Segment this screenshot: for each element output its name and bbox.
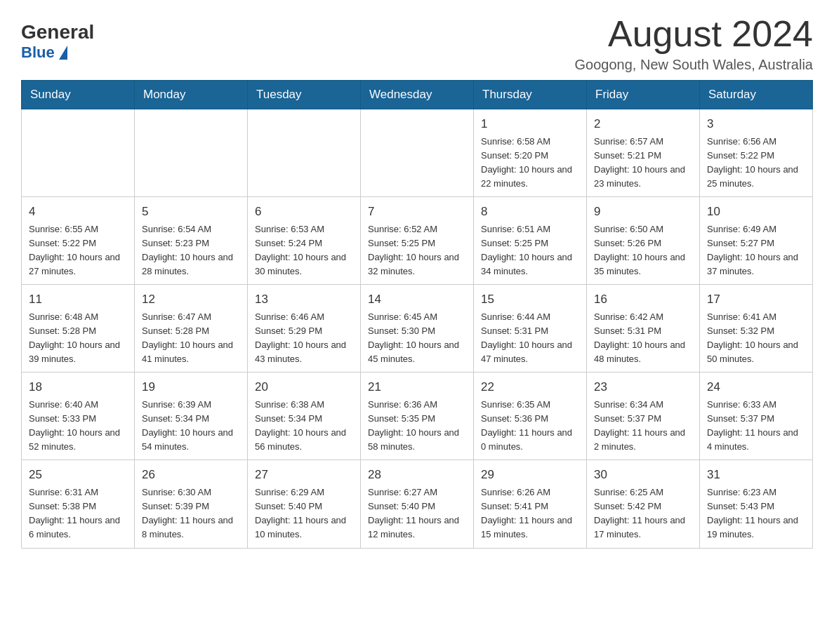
day-number: 12 [142, 290, 240, 309]
calendar-cell [361, 109, 474, 197]
calendar-cell: 22Sunrise: 6:35 AMSunset: 5:36 PMDayligh… [474, 373, 587, 460]
day-info: Sunrise: 6:38 AMSunset: 5:34 PMDaylight:… [255, 398, 353, 455]
logo: General Blue [21, 21, 94, 62]
calendar-cell: 26Sunrise: 6:30 AMSunset: 5:39 PMDayligh… [135, 460, 248, 548]
calendar-cell: 13Sunrise: 6:46 AMSunset: 5:29 PMDayligh… [248, 285, 361, 373]
day-number: 11 [29, 290, 127, 309]
calendar-cell: 1Sunrise: 6:58 AMSunset: 5:20 PMDaylight… [474, 109, 587, 197]
day-info: Sunrise: 6:47 AMSunset: 5:28 PMDaylight:… [142, 310, 240, 367]
day-info: Sunrise: 6:30 AMSunset: 5:39 PMDaylight:… [142, 485, 240, 542]
calendar-cell: 8Sunrise: 6:51 AMSunset: 5:25 PMDaylight… [474, 197, 587, 285]
calendar-cell [135, 109, 248, 197]
day-number: 29 [481, 466, 579, 484]
logo-triangle-icon [59, 46, 67, 60]
day-info: Sunrise: 6:56 AMSunset: 5:22 PMDaylight:… [707, 135, 805, 192]
day-number: 23 [594, 378, 692, 396]
day-info: Sunrise: 6:41 AMSunset: 5:32 PMDaylight:… [707, 310, 805, 367]
calendar-cell: 2Sunrise: 6:57 AMSunset: 5:21 PMDaylight… [587, 109, 700, 197]
day-info: Sunrise: 6:31 AMSunset: 5:38 PMDaylight:… [29, 485, 127, 542]
day-of-week-header: Monday [135, 81, 248, 109]
calendar-table: SundayMondayTuesdayWednesdayThursdayFrid… [21, 80, 813, 548]
day-header-row: SundayMondayTuesdayWednesdayThursdayFrid… [22, 81, 813, 109]
calendar-week-row: 4Sunrise: 6:55 AMSunset: 5:22 PMDaylight… [22, 197, 813, 285]
day-of-week-header: Friday [587, 81, 700, 109]
day-info: Sunrise: 6:54 AMSunset: 5:23 PMDaylight:… [142, 222, 240, 279]
day-of-week-header: Thursday [474, 81, 587, 109]
day-info: Sunrise: 6:53 AMSunset: 5:24 PMDaylight:… [255, 222, 353, 279]
day-number: 4 [29, 203, 127, 221]
calendar-cell [248, 109, 361, 197]
day-of-week-header: Wednesday [361, 81, 474, 109]
day-of-week-header: Sunday [22, 81, 135, 109]
calendar-week-row: 11Sunrise: 6:48 AMSunset: 5:28 PMDayligh… [22, 285, 813, 373]
calendar-cell: 5Sunrise: 6:54 AMSunset: 5:23 PMDaylight… [135, 197, 248, 285]
day-info: Sunrise: 6:46 AMSunset: 5:29 PMDaylight:… [255, 310, 353, 367]
header: General Blue August 2024 Googong, New So… [21, 14, 813, 73]
day-number: 31 [707, 466, 805, 484]
calendar-week-row: 18Sunrise: 6:40 AMSunset: 5:33 PMDayligh… [22, 373, 813, 460]
calendar-cell: 29Sunrise: 6:26 AMSunset: 5:41 PMDayligh… [474, 460, 587, 548]
day-number: 27 [255, 466, 353, 484]
day-of-week-header: Tuesday [248, 81, 361, 109]
day-info: Sunrise: 6:58 AMSunset: 5:20 PMDaylight:… [481, 135, 579, 192]
day-number: 8 [481, 203, 579, 221]
calendar-cell: 6Sunrise: 6:53 AMSunset: 5:24 PMDaylight… [248, 197, 361, 285]
day-info: Sunrise: 6:42 AMSunset: 5:31 PMDaylight:… [594, 310, 692, 367]
day-info: Sunrise: 6:35 AMSunset: 5:36 PMDaylight:… [481, 398, 579, 455]
day-number: 14 [368, 290, 466, 309]
calendar-cell: 7Sunrise: 6:52 AMSunset: 5:25 PMDaylight… [361, 197, 474, 285]
day-info: Sunrise: 6:55 AMSunset: 5:22 PMDaylight:… [29, 222, 127, 279]
day-number: 22 [481, 378, 579, 396]
day-number: 25 [29, 466, 127, 484]
day-number: 18 [29, 378, 127, 396]
day-info: Sunrise: 6:44 AMSunset: 5:31 PMDaylight:… [481, 310, 579, 367]
day-info: Sunrise: 6:25 AMSunset: 5:42 PMDaylight:… [594, 485, 692, 542]
calendar-cell: 11Sunrise: 6:48 AMSunset: 5:28 PMDayligh… [22, 285, 135, 373]
calendar-cell: 25Sunrise: 6:31 AMSunset: 5:38 PMDayligh… [22, 460, 135, 548]
day-info: Sunrise: 6:57 AMSunset: 5:21 PMDaylight:… [594, 135, 692, 192]
month-title: August 2024 [575, 14, 813, 54]
day-info: Sunrise: 6:52 AMSunset: 5:25 PMDaylight:… [368, 222, 466, 279]
day-number: 15 [481, 290, 579, 309]
calendar-cell: 14Sunrise: 6:45 AMSunset: 5:30 PMDayligh… [361, 285, 474, 373]
calendar-cell: 20Sunrise: 6:38 AMSunset: 5:34 PMDayligh… [248, 373, 361, 460]
day-info: Sunrise: 6:27 AMSunset: 5:40 PMDaylight:… [368, 485, 466, 542]
day-info: Sunrise: 6:40 AMSunset: 5:33 PMDaylight:… [29, 398, 127, 455]
day-number: 20 [255, 378, 353, 396]
calendar-cell: 18Sunrise: 6:40 AMSunset: 5:33 PMDayligh… [22, 373, 135, 460]
calendar-cell: 3Sunrise: 6:56 AMSunset: 5:22 PMDaylight… [700, 109, 813, 197]
day-info: Sunrise: 6:49 AMSunset: 5:27 PMDaylight:… [707, 222, 805, 279]
day-number: 7 [368, 203, 466, 221]
day-info: Sunrise: 6:45 AMSunset: 5:30 PMDaylight:… [368, 310, 466, 367]
day-number: 21 [368, 378, 466, 396]
calendar-cell: 27Sunrise: 6:29 AMSunset: 5:40 PMDayligh… [248, 460, 361, 548]
calendar-cell: 21Sunrise: 6:36 AMSunset: 5:35 PMDayligh… [361, 373, 474, 460]
day-of-week-header: Saturday [700, 81, 813, 109]
day-number: 17 [707, 290, 805, 309]
day-number: 30 [594, 466, 692, 484]
calendar-cell: 23Sunrise: 6:34 AMSunset: 5:37 PMDayligh… [587, 373, 700, 460]
day-info: Sunrise: 6:26 AMSunset: 5:41 PMDaylight:… [481, 485, 579, 542]
day-number: 28 [368, 466, 466, 484]
location-subtitle: Googong, New South Wales, Australia [575, 57, 813, 73]
calendar-cell: 15Sunrise: 6:44 AMSunset: 5:31 PMDayligh… [474, 285, 587, 373]
day-info: Sunrise: 6:39 AMSunset: 5:34 PMDaylight:… [142, 398, 240, 455]
day-info: Sunrise: 6:33 AMSunset: 5:37 PMDaylight:… [707, 398, 805, 455]
day-info: Sunrise: 6:36 AMSunset: 5:35 PMDaylight:… [368, 398, 466, 455]
day-number: 9 [594, 203, 692, 221]
logo-general-text: General [21, 21, 94, 43]
day-number: 5 [142, 203, 240, 221]
calendar-cell: 4Sunrise: 6:55 AMSunset: 5:22 PMDaylight… [22, 197, 135, 285]
day-number: 2 [594, 115, 692, 133]
calendar-cell [22, 109, 135, 197]
calendar-cell: 30Sunrise: 6:25 AMSunset: 5:42 PMDayligh… [587, 460, 700, 548]
calendar-cell: 10Sunrise: 6:49 AMSunset: 5:27 PMDayligh… [700, 197, 813, 285]
calendar-cell: 9Sunrise: 6:50 AMSunset: 5:26 PMDaylight… [587, 197, 700, 285]
day-info: Sunrise: 6:50 AMSunset: 5:26 PMDaylight:… [594, 222, 692, 279]
day-info: Sunrise: 6:23 AMSunset: 5:43 PMDaylight:… [707, 485, 805, 542]
calendar-cell: 31Sunrise: 6:23 AMSunset: 5:43 PMDayligh… [700, 460, 813, 548]
day-info: Sunrise: 6:48 AMSunset: 5:28 PMDaylight:… [29, 310, 127, 367]
day-number: 6 [255, 203, 353, 221]
day-number: 24 [707, 378, 805, 396]
title-area: August 2024 Googong, New South Wales, Au… [575, 14, 813, 73]
